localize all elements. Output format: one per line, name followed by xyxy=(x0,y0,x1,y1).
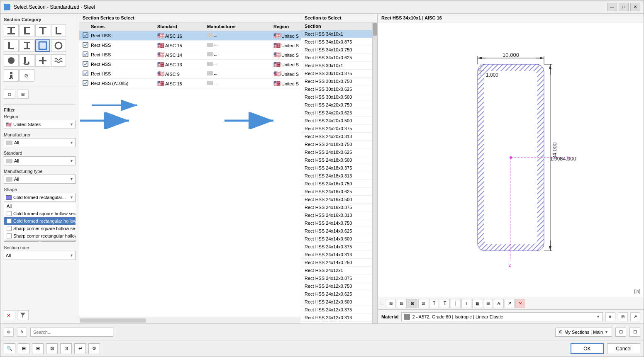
section-row[interactable]: Rect HSS 24x16x0.625 xyxy=(301,188,372,196)
section-row[interactable]: Rect HSS 34x10x0.875 xyxy=(301,38,372,46)
section-row[interactable]: Rect HSS 24x18x0.375 xyxy=(301,164,372,172)
section-row[interactable]: Rect HSS 24x16x0.750 xyxy=(301,180,372,188)
section-row[interactable]: Rect HSS 24x18x0.500 xyxy=(301,156,372,164)
series-row[interactable]: Rect HSS 🇺🇸AISC 16 -- 🇺🇸United S xyxy=(79,31,301,41)
section-row[interactable]: Rect HSS 24x18x0.750 xyxy=(301,141,372,148)
ok-button[interactable]: OK xyxy=(571,343,604,354)
shape-option-sharp-rect[interactable]: Sharp corner rectangular hollow sections xyxy=(4,232,76,240)
shape-option-rect[interactable]: Cold formed rectangular hollow sections xyxy=(4,217,76,225)
material-btn-2[interactable]: ⊞ xyxy=(618,312,628,321)
prev-tool-1[interactable]: ⊞ xyxy=(386,299,396,308)
shape-option-sharp-sq[interactable]: Sharp corner square hollow sections xyxy=(4,225,76,232)
region-dropdown[interactable]: 🇺🇸 United States ▼ xyxy=(4,120,76,129)
apply-filter-button[interactable] xyxy=(17,310,29,320)
section-row[interactable]: Rect HSS 24x20x0.750 xyxy=(301,101,372,109)
view-btn-1[interactable]: □ xyxy=(4,90,15,99)
footer-btn-3[interactable]: ⊟ xyxy=(32,343,44,354)
icon-Z-section[interactable] xyxy=(20,39,34,52)
standard-dropdown[interactable]: All ▼ xyxy=(4,156,76,165)
section-row[interactable]: Rect HSS 24x16x0.375 xyxy=(301,204,372,211)
icon-person[interactable] xyxy=(4,69,19,82)
icon-special2[interactable]: ⚙ xyxy=(20,69,34,82)
section-row[interactable]: Rect HSS 30x10x1 xyxy=(301,62,372,70)
section-row[interactable]: Rect HSS 34x10x0.750 xyxy=(301,46,372,54)
mfg-type-dropdown[interactable]: All ▼ xyxy=(4,175,76,184)
icon-angle[interactable] xyxy=(4,39,19,52)
prev-tool-6[interactable]: T xyxy=(440,299,450,308)
series-row[interactable]: Rect HSS 🇺🇸AISC 15 -- 🇺🇸United S xyxy=(79,41,301,50)
manufacturer-dropdown[interactable]: All ▼ xyxy=(4,138,76,147)
series-row[interactable]: Rect HSS 🇺🇸AISC 14 -- 🇺🇸United S xyxy=(79,50,301,60)
prev-tool-7[interactable]: | xyxy=(451,299,461,308)
bottom-btn-2[interactable]: ⊟ xyxy=(629,328,640,337)
shape-option-all[interactable]: All xyxy=(4,202,76,210)
icon-plus-section[interactable] xyxy=(35,54,50,67)
icon-wave-section[interactable] xyxy=(51,54,66,67)
clear-filter-button[interactable]: ✕ xyxy=(4,310,15,320)
section-row[interactable]: Rect HSS 34x10x0.625 xyxy=(301,54,372,62)
maximize-button[interactable]: □ xyxy=(619,3,629,11)
material-value-field[interactable]: 2 - A572, Grade 60 | Isotropic | Linear … xyxy=(401,312,603,321)
footer-btn-undo[interactable]: ↩ xyxy=(74,343,86,354)
section-row[interactable]: Rect HSS 24x20x0.625 xyxy=(301,109,372,117)
section-row[interactable]: Rect HSS 30x10x0.500 xyxy=(301,93,372,101)
footer-btn-custom[interactable]: ⚙ xyxy=(88,343,100,354)
icon-hollow-rect[interactable] xyxy=(35,39,50,52)
icon-I-section[interactable] xyxy=(4,24,19,37)
search-edit-btn[interactable]: ✎ xyxy=(17,328,27,337)
search-input[interactable] xyxy=(30,328,113,337)
section-row[interactable]: Rect HSS 24x14x0.313 xyxy=(301,251,372,259)
series-scrollbar-h[interactable] xyxy=(79,317,301,323)
view-btn-2[interactable]: ⊞ xyxy=(17,90,29,99)
prev-tool-8[interactable]: ⊤ xyxy=(461,299,471,308)
shape-option-square[interactable]: Cold formed square hollow sections xyxy=(4,210,76,217)
icon-solid-circle[interactable] xyxy=(4,54,19,67)
shape-dropdown[interactable]: Cold formed rectangular... ▼ xyxy=(4,193,76,202)
icon-T-section[interactable] xyxy=(35,24,50,37)
prev-tool-print[interactable]: 🖨 xyxy=(494,299,504,308)
close-button[interactable]: ✕ xyxy=(630,3,640,11)
prev-tool-9[interactable]: ▦ xyxy=(472,299,482,308)
section-list-scroll-thumb[interactable] xyxy=(373,23,377,36)
icon-C-section[interactable] xyxy=(20,24,34,37)
section-row[interactable]: Rect HSS 24x14x0.500 xyxy=(301,235,372,243)
prev-tool-close[interactable]: ✕ xyxy=(515,299,525,308)
icon-hollow-circle[interactable] xyxy=(51,39,66,52)
section-row[interactable]: Rect HSS 30x10x0.750 xyxy=(301,78,372,85)
prev-tool-export[interactable]: ↗ xyxy=(505,299,515,308)
series-scroll-thumb-h[interactable] xyxy=(80,318,146,323)
footer-btn-search[interactable]: 🔍 xyxy=(4,343,15,354)
series-row[interactable]: Rect HSS (A1085) 🇺🇸AISC 15 -- 🇺🇸United S xyxy=(79,79,301,88)
section-row[interactable]: Rect HSS 24x12x1 xyxy=(301,267,372,274)
prev-tool-5[interactable]: T xyxy=(429,299,439,308)
section-row[interactable]: Rect HSS 24x14x0.625 xyxy=(301,227,372,235)
series-row[interactable]: Rect HSS 🇺🇸AISC 9 -- 🇺🇸United S xyxy=(79,69,301,79)
section-row[interactable]: Rect HSS 24x12x0.500 xyxy=(301,298,372,306)
section-row[interactable]: Rect HSS 30x10x0.625 xyxy=(301,85,372,93)
footer-btn-4[interactable]: ⊠ xyxy=(46,343,58,354)
section-list-scrollbar[interactable] xyxy=(372,22,377,323)
section-row[interactable]: Rect HSS 24x14x0.375 xyxy=(301,243,372,251)
icon-L-section[interactable] xyxy=(51,24,66,37)
material-btn-1[interactable]: ≡ xyxy=(605,312,615,321)
section-row[interactable]: Rect HSS 24x12x0.313 xyxy=(301,314,372,322)
section-row[interactable]: Rect HSS 24x14x0.250 xyxy=(301,259,372,267)
section-row[interactable]: Rect HSS 24x12x0.875 xyxy=(301,274,372,282)
section-note-dropdown[interactable]: All ▼ xyxy=(4,251,76,260)
icon-J-section[interactable] xyxy=(20,54,34,67)
section-row[interactable]: Rect HSS 24x16x0.313 xyxy=(301,211,372,219)
section-row[interactable]: Rect HSS 24x16x0.500 xyxy=(301,196,372,204)
cancel-button[interactable]: Cancel xyxy=(607,343,640,354)
section-row[interactable]: Rect HSS 24x12x0.750 xyxy=(301,282,372,290)
section-row[interactable]: Rect HSS 30x10x0.875 xyxy=(301,70,372,78)
section-row[interactable]: Rect HSS 24x12x0.375 xyxy=(301,306,372,314)
prev-tool-2[interactable]: ⊟ xyxy=(397,299,407,308)
footer-btn-2[interactable]: ⊞ xyxy=(18,343,29,354)
section-row[interactable]: Rect HSS 24x18x0.625 xyxy=(301,148,372,156)
section-row[interactable]: Rect HSS 24x20x0.500 xyxy=(301,117,372,125)
section-row[interactable]: Rect HSS 34x10x1 xyxy=(301,30,372,38)
section-row[interactable]: Rect HSS 24x12x0.625 xyxy=(301,290,372,298)
bottom-btn-1[interactable]: ⊞ xyxy=(615,328,626,337)
material-btn-3[interactable]: ↗ xyxy=(630,312,640,321)
section-row[interactable]: Rect HSS 24x20x0.375 xyxy=(301,125,372,133)
